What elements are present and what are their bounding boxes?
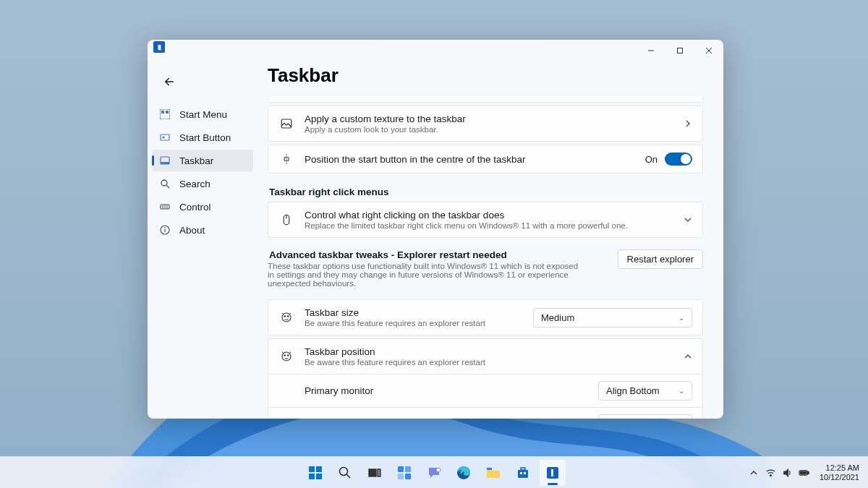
- chevron-down-icon: ⌄: [678, 387, 684, 395]
- chevron-up-icon: [684, 352, 692, 361]
- svg-rect-46: [518, 470, 528, 478]
- row-subtitle: Be aware this feature requires an explor…: [305, 319, 523, 328]
- tray-chevron-icon[interactable]: [749, 467, 760, 478]
- settings-window: ▮ Start Menu Start Button Taskbar: [148, 40, 723, 419]
- svg-point-26: [284, 316, 286, 317]
- svg-rect-38: [378, 469, 380, 476]
- svg-point-8: [163, 137, 165, 139]
- sidebar: Start Menu Start Button Taskbar Search C…: [148, 60, 258, 419]
- svg-point-25: [282, 313, 291, 322]
- tb-widgets[interactable]: [391, 459, 418, 487]
- minimize-button[interactable]: [637, 41, 665, 60]
- svg-point-18: [164, 227, 166, 228]
- sidebar-item-control[interactable]: Control: [152, 196, 253, 218]
- sidebar-item-start-button[interactable]: Start Button: [152, 127, 253, 148]
- sidebar-item-about[interactable]: About: [152, 219, 253, 241]
- section-header: Taskbar right click menus: [269, 187, 703, 197]
- tb-search[interactable]: [331, 459, 359, 487]
- taskbar-size-select[interactable]: Medium ⌄: [533, 308, 692, 328]
- center-toggle[interactable]: [665, 153, 692, 166]
- tb-edge[interactable]: [450, 459, 477, 487]
- experimental-icon: [278, 311, 294, 324]
- svg-rect-31: [309, 466, 315, 472]
- svg-line-12: [166, 185, 169, 188]
- row-subtitle: Apply a custom look to your taskbar.: [305, 125, 673, 134]
- tb-store[interactable]: [509, 459, 537, 487]
- battery-icon[interactable]: [799, 467, 809, 478]
- content-area[interactable]: Taskbar Apply a custom texture to the ta…: [258, 60, 723, 419]
- sidebar-item-label: Taskbar: [179, 155, 213, 166]
- chevron-down-icon: ⌄: [678, 314, 684, 322]
- sidebar-item-start-menu[interactable]: Start Menu: [152, 103, 253, 125]
- row-title: Taskbar position: [305, 346, 673, 357]
- sidebar-item-label: Control: [179, 202, 211, 213]
- taskbar-icon: [159, 155, 171, 166]
- sidebar-item-label: Start Menu: [179, 109, 227, 120]
- image-icon: [278, 117, 294, 130]
- row-title: Control what right clicking on the taskb…: [305, 210, 673, 221]
- tb-start[interactable]: [302, 459, 329, 487]
- row-primary-monitor: Primary monitor Align Bottom ⌄: [268, 374, 702, 407]
- sidebar-item-search[interactable]: Search: [152, 173, 253, 194]
- svg-rect-48: [520, 472, 522, 474]
- tb-chat[interactable]: [420, 459, 448, 487]
- svg-rect-51: [551, 469, 553, 476]
- sidebar-item-label: Search: [179, 179, 210, 189]
- row-subtitle: Replace the limited taskbar right click …: [305, 221, 673, 230]
- windows-taskbar[interactable]: 12:25 AM 10/12/2021: [0, 456, 868, 488]
- svg-rect-33: [309, 474, 315, 479]
- svg-rect-20: [281, 119, 292, 128]
- row-center-start-button: Position the start button in the centre …: [268, 145, 702, 173]
- tb-file-explorer[interactable]: [480, 459, 507, 487]
- svg-rect-40: [405, 466, 411, 472]
- chevron-right-icon: [684, 119, 692, 128]
- svg-point-28: [282, 352, 291, 361]
- svg-rect-54: [808, 471, 809, 474]
- sidebar-item-taskbar[interactable]: Taskbar: [152, 150, 253, 171]
- svg-rect-1: [678, 48, 683, 53]
- select-value: Align Bottom: [606, 385, 660, 396]
- sidebar-item-label: About: [179, 225, 205, 236]
- close-button[interactable]: [694, 41, 723, 60]
- select-value: Medium: [541, 312, 574, 323]
- svg-rect-41: [398, 474, 404, 479]
- row-right-click-menu[interactable]: Control what right clicking on the taskb…: [268, 202, 702, 237]
- toggle-label: On: [645, 154, 658, 165]
- tb-app-start11[interactable]: [539, 459, 566, 487]
- svg-rect-45: [487, 468, 492, 470]
- tb-task-view[interactable]: [361, 459, 388, 487]
- restart-explorer-button[interactable]: Restart explorer: [618, 249, 703, 269]
- svg-point-11: [161, 180, 167, 186]
- row-taskbar-size: Taskbar size Be aware this feature requi…: [268, 300, 702, 335]
- system-clock[interactable]: 12:25 AM 10/12/2021: [817, 463, 862, 481]
- svg-point-52: [770, 474, 772, 476]
- svg-rect-5: [161, 111, 164, 114]
- search-icon: [159, 178, 171, 189]
- svg-point-30: [288, 355, 289, 356]
- svg-rect-55: [800, 471, 807, 474]
- start-menu-icon: [159, 108, 171, 120]
- clock-time: 12:25 AM: [820, 463, 859, 473]
- back-button[interactable]: [156, 69, 182, 95]
- row-secondary-monitors: Secondary monitors Align Bottom ⌄: [268, 407, 702, 419]
- svg-point-35: [340, 467, 348, 475]
- sidebar-item-label: Start Button: [179, 132, 231, 143]
- start-button-icon: [159, 132, 171, 143]
- row-custom-texture[interactable]: Apply a custom texture to the taskbar Ap…: [268, 106, 702, 141]
- svg-point-43: [436, 468, 441, 472]
- svg-rect-10: [161, 162, 169, 164]
- svg-rect-42: [405, 474, 411, 479]
- titlebar: ▮: [148, 40, 723, 60]
- svg-rect-47: [521, 468, 525, 470]
- svg-line-36: [346, 474, 350, 478]
- svg-rect-34: [316, 474, 322, 479]
- volume-icon[interactable]: [782, 467, 793, 478]
- svg-rect-7: [161, 134, 169, 140]
- primary-monitor-select[interactable]: Align Bottom ⌄: [598, 381, 692, 401]
- wifi-icon[interactable]: [765, 467, 776, 478]
- row-taskbar-position[interactable]: Taskbar position Be aware this feature r…: [268, 339, 702, 374]
- svg-rect-37: [369, 469, 376, 476]
- maximize-button[interactable]: [665, 41, 694, 60]
- svg-rect-6: [166, 111, 169, 114]
- row-title: Position the start button in the centre …: [305, 154, 635, 165]
